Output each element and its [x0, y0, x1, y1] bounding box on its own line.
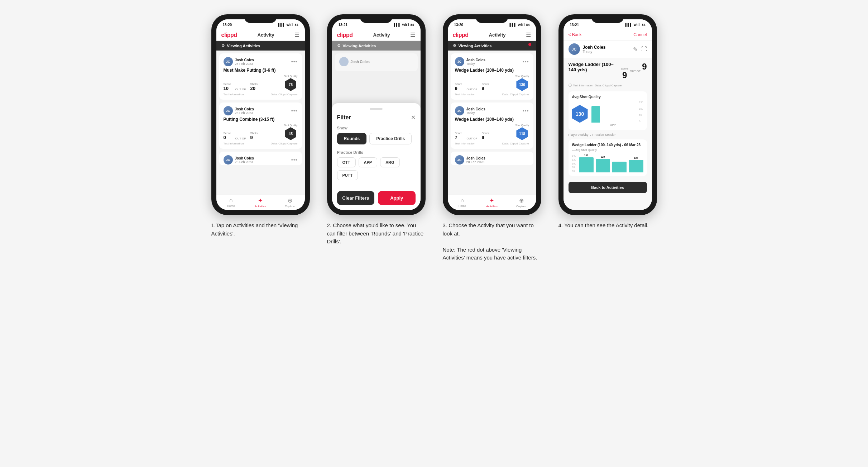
- activity-card-3-3[interactable]: JC Josh Coles 28 Feb 2023: [451, 152, 533, 165]
- mini-bar-val-2: 129: [601, 156, 605, 158]
- card-header-3-1: JC Josh Coles Today •••: [455, 57, 529, 66]
- practice-session-label: Practice Session: [593, 133, 617, 137]
- logo-2: clippd: [337, 32, 353, 38]
- viewing-bar-text-3: Viewing Activities: [459, 44, 492, 48]
- dots-menu-1-1[interactable]: •••: [291, 59, 298, 65]
- filter-type-buttons: Rounds Practice Drills: [337, 133, 416, 144]
- viewing-bar-2[interactable]: ⚙ Viewing Activities: [332, 41, 421, 51]
- card-footer-3-2: Test Information Data: Clippd Capture: [455, 142, 529, 145]
- user-info-3-3: Josh Coles 28 Feb 2023: [466, 156, 485, 164]
- avatar-3-3: JC: [455, 155, 464, 165]
- phones-row: 13:20 ▌▌▌ WiFi 84 clippd Activity ☰ ⚙ Vi…: [208, 14, 661, 262]
- dots-menu-1-2[interactable]: •••: [291, 108, 298, 114]
- caption-1: 1.Tap on Activities and then 'Viewing Ac…: [211, 221, 310, 238]
- detail-content: Wedge Ladder (100–140 yds) Score 9 OUT O…: [564, 58, 652, 210]
- user-date-3-1: Today: [466, 62, 485, 66]
- nav-home-1[interactable]: ⌂ Home: [216, 197, 246, 208]
- practice-drills-button[interactable]: Practice Drills: [369, 133, 412, 144]
- user-date-1-2: 28 Feb 2023: [235, 111, 254, 115]
- rounds-button[interactable]: Rounds: [337, 133, 367, 144]
- close-icon[interactable]: ✕: [411, 114, 416, 121]
- cancel-button[interactable]: Cancel: [633, 32, 647, 37]
- sq-group-3-1: Shot Quality 130: [515, 75, 529, 91]
- back-activities-button[interactable]: Back to Activities: [569, 182, 647, 193]
- activity-card-1-3[interactable]: JC Josh Coles 28 Feb 2023 •••: [219, 152, 302, 165]
- activity-card-3-1[interactable]: JC Josh Coles Today ••• Wedge Ladder (10…: [451, 53, 533, 100]
- chart-bar-1: [591, 106, 600, 123]
- time-4: 13:21: [570, 23, 579, 27]
- drill-ott[interactable]: OTT: [337, 157, 356, 167]
- dots-menu-1-3[interactable]: •••: [291, 157, 298, 163]
- bottom-nav-1: ⌂ Home ✦ Activities ⊕ Capture: [216, 195, 305, 210]
- outof-val-4: 9: [642, 62, 647, 72]
- detail-info-text1: Test Information: [573, 84, 594, 87]
- nav-capture-1[interactable]: ⊕ Capture: [275, 197, 304, 208]
- capture-icon-3: ⊕: [519, 197, 524, 204]
- activity-list-3: JC Josh Coles Today ••• Wedge Ladder (10…: [448, 51, 536, 195]
- mini-bars-area: 132 129: [579, 154, 643, 172]
- stat-score-3-1: Score 9: [455, 82, 462, 91]
- notch-3: [476, 14, 508, 23]
- card-user-3-1: JC Josh Coles Today: [455, 57, 485, 66]
- status-icons-3: ▌▌▌ WiFi 84: [509, 23, 529, 27]
- header-title-3: Activity: [489, 32, 506, 38]
- battery-icon-2: 84: [410, 23, 414, 27]
- caption-2: 2. Choose what you'd like to see. You ca…: [327, 221, 426, 246]
- card-footer-1-1: Test Information Data: Clippd Capture: [224, 93, 298, 96]
- detail-user-date: Today: [583, 50, 606, 54]
- user-date-1-3: 28 Feb 2023: [235, 160, 254, 164]
- activity-card-3-2[interactable]: JC Josh Coles Today ••• Wedge Ladder (10…: [451, 103, 533, 149]
- apply-button[interactable]: Apply: [378, 191, 416, 205]
- menu-icon-1[interactable]: ☰: [294, 32, 299, 38]
- back-button[interactable]: < Back: [569, 32, 582, 37]
- caption-4: 4. You can then see the Activity detail.: [558, 221, 657, 230]
- card-user-1-1: JC Josh Coles 28 Feb 2023: [224, 57, 254, 66]
- viewing-bar-3[interactable]: ⚙ Viewing Activities: [448, 41, 536, 51]
- phone-4: 13:21 ▌▌▌ WiFi 84 < Back Cancel JC: [558, 14, 657, 215]
- drill-putt[interactable]: PUTT: [337, 170, 358, 180]
- menu-icon-2[interactable]: ☰: [410, 32, 415, 38]
- activities-icon-1: ✦: [258, 197, 263, 204]
- activity-card-1-1[interactable]: JC Josh Coles 28 Feb 2023 ••• Must Make …: [219, 53, 302, 100]
- card-title-1-2: Putting Combine (3-15 ft): [224, 117, 298, 122]
- card-user-3-2: JC Josh Coles Today: [455, 106, 485, 115]
- score-val-4: 9: [622, 70, 627, 80]
- filter-icon-2: ⚙: [337, 43, 341, 48]
- activity-card-1-2[interactable]: JC Josh Coles 28 Feb 2023 ••• Putting Co…: [219, 103, 302, 149]
- drill-app[interactable]: APP: [359, 157, 378, 167]
- viewing-bar-1[interactable]: ⚙ Viewing Activities: [216, 41, 305, 51]
- chart-x-label: APP: [591, 123, 643, 127]
- y-60: 60: [572, 170, 576, 172]
- nav-activities-1[interactable]: ✦ Activities: [246, 197, 275, 208]
- menu-icon-3[interactable]: ☰: [526, 32, 531, 38]
- time-2: 13:21: [339, 23, 348, 27]
- edit-icon[interactable]: ✎: [633, 46, 638, 53]
- detail-user-info-wrap: JC Josh Coles Today: [569, 43, 606, 55]
- outof-1-2: OUT OF: [235, 137, 246, 140]
- phone-1: 13:20 ▌▌▌ WiFi 84 clippd Activity ☰ ⚙ Vi…: [211, 14, 310, 215]
- sq-group-1-2: Shot Quality 45: [284, 124, 297, 140]
- avatar-1-1: JC: [224, 57, 233, 66]
- home-label-1: Home: [227, 204, 235, 208]
- user-info-3-2: Josh Coles Today: [466, 107, 485, 115]
- chart-bars-wrap: [591, 101, 643, 123]
- dots-menu-3-1[interactable]: •••: [523, 59, 529, 65]
- mini-chart-body: 140 120 100 80 60 132: [572, 154, 643, 172]
- app-header-1: clippd Activity ☰: [216, 29, 305, 41]
- drill-arg[interactable]: ARG: [380, 157, 399, 167]
- clear-filters-button[interactable]: Clear Filters: [337, 191, 375, 205]
- notch-2: [360, 14, 392, 23]
- nav-activities-3[interactable]: ✦ Activities: [477, 197, 507, 208]
- phone-inner-1: 13:20 ▌▌▌ WiFi 84 clippd Activity ☰ ⚙ Vi…: [216, 19, 305, 210]
- status-icons-1: ▌▌▌ WiFi 84: [278, 23, 298, 27]
- dots-menu-3-2[interactable]: •••: [523, 108, 529, 114]
- sq-badge-3-2: 118: [516, 127, 528, 140]
- capture-label-1: Capture: [285, 205, 295, 208]
- detail-title-row: Wedge Ladder (100–140 yds) Score 9 OUT O…: [569, 62, 647, 80]
- card-header-3-2: JC Josh Coles Today •••: [455, 106, 529, 115]
- stat-shots-1-2: Shots 9: [250, 132, 257, 140]
- nav-capture-3[interactable]: ⊕ Capture: [507, 197, 536, 208]
- nav-home-3[interactable]: ⌂ Home: [448, 197, 477, 208]
- expand-icon[interactable]: ⛶: [641, 46, 647, 53]
- wifi-icon-2: WiFi: [402, 23, 409, 27]
